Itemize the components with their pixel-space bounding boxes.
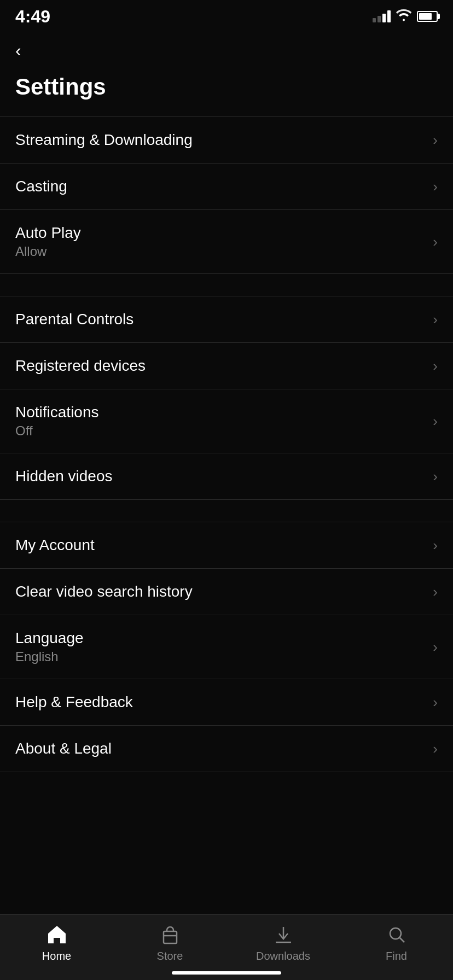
my-account-label: My Account [15,536,95,554]
chevron-right-icon: › [433,639,438,656]
registered-devices-label: Registered devices [15,357,146,375]
chevron-right-icon: › [433,584,438,600]
settings-item-hidden-videos[interactable]: Hidden videos › [0,453,453,500]
notifications-sublabel: Off [15,423,99,439]
page-title: Settings [0,66,453,116]
help-feedback-label: Help & Feedback [15,693,133,711]
signal-bars-icon [373,10,391,22]
settings-item-parental-controls[interactable]: Parental Controls › [0,296,453,343]
settings-item-casting[interactable]: Casting › [0,164,453,210]
wifi-icon [396,9,411,24]
back-button[interactable]: ‹ [0,30,453,66]
home-icon [45,923,69,947]
language-label: Language [15,629,84,647]
status-icons [373,9,438,24]
chevron-right-icon: › [433,358,438,375]
hidden-videos-label: Hidden videos [15,468,112,485]
notifications-label: Notifications [15,404,99,421]
auto-play-label: Auto Play [15,224,81,242]
nav-downloads-label: Downloads [256,950,310,962]
settings-item-help-feedback[interactable]: Help & Feedback › [0,679,453,726]
casting-label: Casting [15,178,67,195]
settings-item-notifications[interactable]: Notifications Off › [0,389,453,453]
parental-controls-label: Parental Controls [15,311,133,328]
settings-item-clear-video-search-history[interactable]: Clear video search history › [0,569,453,615]
find-icon [385,923,409,947]
settings-item-language[interactable]: Language English › [0,615,453,679]
nav-home-label: Home [42,950,71,962]
language-sublabel: English [15,649,84,664]
nav-item-home[interactable]: Home [30,923,84,962]
chevron-right-icon: › [433,178,438,195]
chevron-right-icon: › [433,468,438,485]
nav-item-find[interactable]: Find [369,923,424,962]
settings-item-streaming-downloading[interactable]: Streaming & Downloading › [0,116,453,164]
battery-icon [417,11,438,22]
svg-rect-0 [164,931,177,943]
status-time: 4:49 [15,7,50,27]
settings-section-account: Parental Controls › Registered devices ›… [0,296,453,500]
settings-item-my-account[interactable]: My Account › [0,522,453,569]
chevron-right-icon: › [433,413,438,430]
settings-section-playback: Streaming & Downloading › Casting › Auto… [0,116,453,274]
home-indicator [172,971,281,975]
chevron-right-icon: › [433,311,438,328]
auto-play-sublabel: Allow [15,244,81,259]
downloads-icon [271,923,295,947]
chevron-right-icon: › [433,537,438,554]
nav-store-label: Store [157,950,183,962]
svg-point-2 [390,928,401,939]
clear-video-search-history-label: Clear video search history [15,583,193,600]
settings-item-about-legal[interactable]: About & Legal › [0,726,453,772]
chevron-right-icon: › [433,740,438,757]
nav-item-downloads[interactable]: Downloads [256,923,311,962]
svg-line-3 [399,938,404,943]
about-legal-label: About & Legal [15,740,112,757]
streaming-downloading-label: Streaming & Downloading [15,131,193,149]
store-icon [158,923,182,947]
chevron-right-icon: › [433,234,438,250]
chevron-right-icon: › [433,132,438,149]
nav-find-label: Find [386,950,407,962]
settings-section-misc: My Account › Clear video search history … [0,522,453,772]
nav-item-store[interactable]: Store [143,923,198,962]
back-arrow-icon: ‹ [15,40,21,60]
status-bar: 4:49 [0,0,453,30]
settings-content: Streaming & Downloading › Casting › Auto… [0,116,453,865]
bottom-nav: Home Store Downloads Find [0,914,453,980]
settings-item-registered-devices[interactable]: Registered devices › [0,343,453,389]
settings-item-auto-play[interactable]: Auto Play Allow › [0,210,453,274]
chevron-right-icon: › [433,694,438,711]
